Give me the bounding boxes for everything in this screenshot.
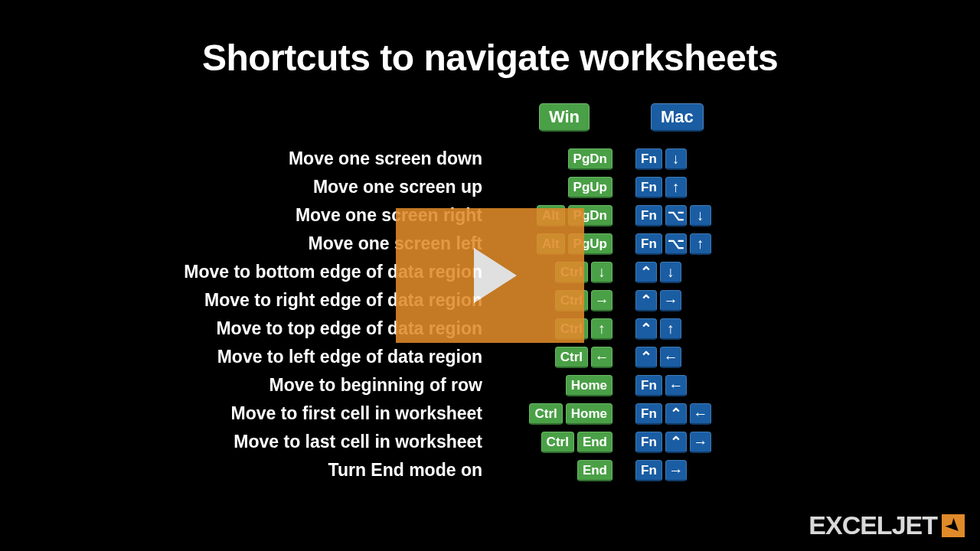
mac-keys: Fn⌃←: [628, 403, 911, 425]
page-title: Shortcuts to navigate worksheets: [0, 37, 980, 79]
table-row: Move to left edge of data regionCtrl←⌃←: [69, 343, 911, 371]
keycap-win: ↓: [591, 262, 612, 283]
keycap-win: End: [577, 432, 612, 453]
keycap-mac: Fn: [635, 233, 662, 255]
keycap-mac: ↓: [665, 148, 687, 170]
keycap-mac: ↓: [660, 262, 681, 283]
keycap-mac: Fn: [635, 432, 662, 453]
keycap-win: Ctrl: [555, 347, 588, 368]
mac-keys: ⌃←: [628, 347, 911, 368]
shortcut-label: Move to last cell in worksheet: [69, 432, 498, 452]
play-button[interactable]: [396, 208, 584, 343]
keycap-mac: ↑: [660, 318, 681, 340]
keycap-win: Home: [566, 375, 612, 396]
table-row: Move to beginning of rowHomeFn←: [69, 371, 911, 399]
keycap-mac: Fn: [635, 177, 662, 198]
keycap-win: Ctrl: [541, 432, 574, 453]
shortcut-label: Turn End mode on: [69, 460, 498, 481]
brand-icon: ➤: [942, 514, 965, 537]
table-row: Move to first cell in worksheetCtrlHomeF…: [69, 399, 911, 428]
shortcut-label: Move one screen up: [69, 177, 498, 197]
keycap-mac: →: [690, 432, 711, 453]
win-keys: PgDn: [498, 148, 628, 170]
play-icon: [474, 248, 517, 303]
keycap-mac: ↓: [690, 205, 711, 227]
header-mac: Mac: [651, 103, 704, 132]
keycap-mac: ←: [690, 403, 711, 425]
keycap-mac: ←: [665, 375, 687, 396]
shortcut-label: Move to beginning of row: [69, 375, 498, 396]
keycap-mac: Fn: [635, 205, 662, 227]
keycap-mac: ↑: [665, 177, 687, 198]
keycap-mac: ⌃: [635, 347, 657, 368]
keycap-mac: Fn: [635, 375, 662, 396]
keycap-mac: ⌥: [665, 233, 687, 255]
mac-keys: ⌃→: [628, 290, 911, 311]
win-keys: Home: [498, 375, 628, 396]
keycap-mac: ⌃: [635, 262, 657, 283]
mac-keys: Fn→: [628, 460, 911, 481]
mac-keys: ⌃↑: [628, 318, 911, 340]
keycap-mac: →: [665, 460, 687, 481]
keycap-win: End: [577, 460, 612, 481]
keycap-win: ←: [591, 347, 612, 368]
keycap-win: Ctrl: [529, 403, 562, 425]
table-row: Move one screen upPgUpFn↑: [69, 173, 911, 201]
brand-text: EXCELJET: [808, 510, 937, 540]
table-row: Move to last cell in worksheetCtrlEndFn⌃…: [69, 428, 911, 456]
mac-keys: Fn←: [628, 375, 911, 396]
keycap-mac: ↑: [690, 233, 711, 255]
keycap-win: PgDn: [568, 148, 612, 170]
mac-keys: Fn⌥↑: [628, 233, 911, 255]
win-keys: CtrlHome: [498, 403, 628, 425]
keycap-mac: Fn: [635, 148, 662, 170]
mac-keys: Fn⌥↓: [628, 205, 911, 227]
mac-keys: Fn↓: [628, 148, 911, 170]
keycap-win: PgUp: [568, 177, 612, 198]
keycap-win: Home: [566, 403, 612, 425]
mac-keys: Fn↑: [628, 177, 911, 198]
table-headers: Win Mac: [69, 103, 911, 131]
win-keys: Ctrl←: [498, 347, 628, 368]
win-keys: PgUp: [498, 177, 628, 198]
keycap-mac: ←: [660, 347, 681, 368]
mac-keys: ⌃↓: [628, 262, 911, 283]
keycap-mac: Fn: [635, 460, 662, 481]
mac-keys: Fn⌃→: [628, 432, 911, 453]
keycap-mac: Fn: [635, 403, 662, 425]
keycap-mac: →: [660, 290, 681, 311]
header-win: Win: [539, 103, 590, 132]
keycap-mac: ⌥: [665, 205, 687, 227]
keycap-mac: ⌃: [665, 432, 687, 453]
shortcut-label: Move to left edge of data region: [69, 347, 498, 367]
keycap-win: →: [591, 290, 612, 311]
table-row: Move one screen downPgDnFn↓: [69, 145, 911, 173]
brand-logo: EXCELJET ➤: [808, 510, 965, 540]
keycap-win: ↑: [591, 318, 612, 340]
win-keys: End: [498, 460, 628, 481]
win-keys: CtrlEnd: [498, 432, 628, 453]
keycap-mac: ⌃: [665, 403, 687, 425]
shortcut-label: Move to first cell in worksheet: [69, 403, 498, 424]
keycap-mac: ⌃: [635, 318, 657, 340]
keycap-mac: ⌃: [635, 290, 657, 311]
table-row: Turn End mode onEndFn→: [69, 456, 911, 484]
shortcut-label: Move one screen down: [69, 148, 498, 169]
